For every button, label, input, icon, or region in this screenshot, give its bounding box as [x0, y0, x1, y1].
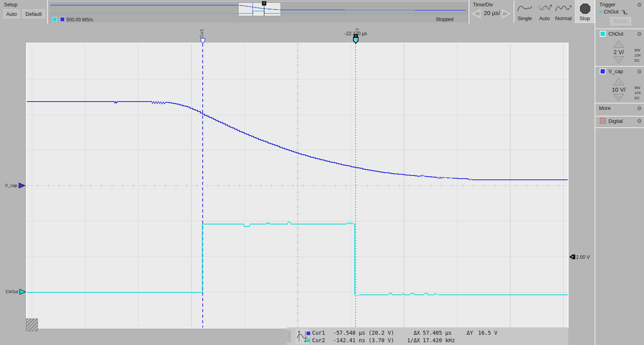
digital-settings-gear-icon[interactable]: ⚙ — [637, 118, 642, 124]
chout-10x-badge: 10X — [635, 53, 641, 57]
more-settings-gear-icon[interactable]: ⚙ — [637, 106, 642, 111]
chout-color-swatch — [52, 17, 57, 22]
chout-scale-up-arrow[interactable] — [613, 40, 625, 48]
trigger-level-label: 2.00 V — [576, 255, 590, 260]
channel-box-vcap: V_cap ⚙ 10 V/ BW 10X DC — [595, 67, 644, 103]
trigger-level-flag[interactable]: T — [569, 254, 576, 260]
chout-settings-gear-icon[interactable]: ⚙ — [637, 31, 642, 37]
timediv-value[interactable]: 20 µs/ — [483, 9, 501, 16]
svg-text:T: T — [571, 255, 574, 259]
vcap-scale-value[interactable]: 10 V/ — [609, 86, 629, 93]
normal-trigger-button[interactable]: Normal — [554, 2, 573, 23]
chout-channel-label[interactable]: ChOut — [608, 31, 623, 37]
vcap-ground-marker[interactable] — [18, 182, 26, 189]
chout-ground-marker[interactable] — [19, 288, 27, 295]
sample-rate-label: 500.00 MS/s — [66, 17, 93, 23]
vcap-ground-label: V_cap — [1, 183, 17, 188]
toolbar-separator — [514, 1, 514, 23]
cur2-name: Cur2 — [312, 337, 325, 343]
digital-channel-label[interactable]: Digital — [608, 118, 623, 124]
vcap-channel-label[interactable]: V_cap — [608, 68, 623, 74]
drag-handle[interactable] — [288, 330, 288, 342]
chout-scale-value[interactable]: 2 V/ — [609, 49, 629, 55]
trigger-settings-gear-icon[interactable]: ⚙ — [637, 2, 642, 8]
vcap-scale-down-arrow[interactable] — [613, 93, 625, 102]
overview-trigger-line — [264, 5, 264, 16]
digital-enable-checkbox[interactable] — [600, 118, 606, 124]
timediv-increase-arrow[interactable] — [501, 9, 511, 19]
chout-dc-badge: DC — [635, 58, 640, 62]
cur2-color-swatch — [307, 339, 310, 342]
auto-trigger-button[interactable]: Auto — [535, 2, 554, 23]
cursor1-name-label: Cur1 — [200, 29, 204, 38]
vcap-10x-badge: 10X — [635, 91, 641, 95]
dy-value: 16.5 V — [478, 330, 497, 336]
dx-value: 57.405 µs — [423, 330, 452, 336]
cur1-name: Cur1 — [312, 330, 325, 336]
panel-separator — [595, 66, 644, 67]
vcap-color-swatch — [60, 17, 65, 22]
cur1-color-swatch — [307, 332, 310, 335]
chout-ground-label: ChOut — [1, 289, 18, 294]
acquisition-status: Stopped — [436, 17, 454, 22]
channel-box-chout: ChOut ⚙ 2 V/ BW 10X DC — [595, 30, 644, 65]
trigger-source-label[interactable]: ChOut — [604, 9, 619, 15]
falling-edge-icon — [621, 9, 628, 15]
cursor2-flag[interactable] — [353, 37, 359, 44]
vcap-dc-badge: DC — [635, 96, 640, 100]
auto-trigger-icon — [536, 3, 553, 13]
center-horizontal-axis-ticks — [27, 184, 568, 188]
auto-setup-button[interactable]: Auto — [4, 9, 19, 18]
normal-trigger-icon — [555, 3, 572, 13]
overview-cursor-line — [252, 2, 253, 16]
vcap-enable-checkbox[interactable] — [600, 68, 606, 74]
chout-scale-down-arrow[interactable] — [613, 56, 625, 64]
trigger-source-bullet — [599, 11, 602, 13]
cursor1-flag[interactable] — [200, 38, 205, 44]
toolbar-separator — [47, 0, 48, 24]
panel-separator — [595, 103, 644, 104]
oscilloscope-app: Setup Auto Default T 500.00 MS/s Stopped… — [0, 0, 644, 345]
vcap-scale-up-arrow[interactable] — [613, 77, 625, 86]
timediv-label: Time/Div — [473, 2, 493, 8]
vcap-bw-badge: BW — [635, 86, 640, 90]
default-setup-button[interactable]: Default — [23, 9, 45, 18]
inv-dx-label: 1/ΔX — [403, 337, 420, 343]
chout-bw-badge: BW — [635, 48, 640, 52]
drag-handle[interactable] — [290, 330, 290, 342]
acquisition-overview-strip[interactable]: T 500.00 MS/s Stopped — [49, 1, 468, 23]
inv-dx-value: 17.420 kHz — [423, 337, 455, 343]
toolbar-separator — [469, 0, 469, 24]
overview-viewport-box[interactable] — [238, 2, 281, 16]
dy-label: ΔY — [467, 330, 473, 336]
cur2-value: -142.41 ns (3.70 V) — [333, 337, 394, 343]
stop-button[interactable]: Stop — [575, 0, 595, 23]
single-button[interactable]: Single — [515, 2, 534, 23]
chout-enable-checkbox[interactable] — [600, 31, 606, 37]
panel-separator — [595, 127, 644, 128]
stop-icon — [579, 3, 591, 15]
single-icon — [516, 3, 533, 13]
dx-label: ΔX — [403, 330, 420, 336]
panel-separator — [595, 28, 644, 29]
trigger-panel-title: Trigger — [599, 2, 616, 8]
panel-separator — [595, 116, 644, 117]
vcap-settings-gear-icon[interactable]: ⚙ — [637, 69, 642, 74]
overview-trigger-flag[interactable]: T — [262, 1, 266, 6]
setup-section-label: Setup — [4, 2, 17, 8]
horizontal-scroll-grip[interactable] — [26, 319, 38, 331]
timediv-decrease-arrow[interactable] — [471, 9, 481, 19]
cur1-value: -57.548 µs (20.2 V) — [333, 330, 394, 336]
force-trigger-button[interactable]: Force — [610, 17, 631, 25]
more-channels-item[interactable]: More — [599, 105, 611, 111]
cursor-measurement-bar: Cur1 -57.548 µs (20.2 V) ΔX 57.405 µs ΔY… — [287, 328, 568, 345]
